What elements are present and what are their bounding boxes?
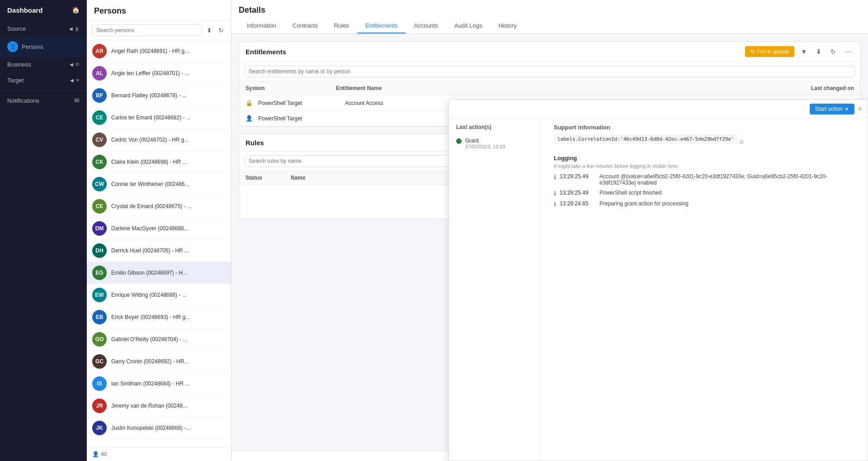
tab-rules[interactable]: Rules <box>326 19 357 33</box>
person-list-item[interactable]: EW Enrique Witting (00248688) - ... <box>87 284 231 306</box>
details-panel: Details InformationContractsRulesEntitle… <box>231 0 868 461</box>
popup-sections: Last action(s) Grant 27/02/2023, 13:29 S… <box>449 119 868 461</box>
avatar: BF <box>92 88 107 103</box>
person-list-item[interactable]: EG Emilio Gibson (00248697) - H... <box>87 262 231 284</box>
info-icon: ℹ <box>554 174 556 181</box>
log-entries: ℹ 13:29:25.49 Account @{value=a6e95cb2-2… <box>554 173 860 208</box>
status-col-header: Status <box>245 175 291 181</box>
tab-contracts[interactable]: Contracts <box>284 19 326 33</box>
person-list-item[interactable]: IS Ian Smitham (00248684) - HR ... <box>87 373 231 395</box>
download-entitlements-btn[interactable]: ⬇ <box>813 46 824 57</box>
persons-search-bar: ⬇ ↻ <box>87 21 231 40</box>
avatar: CW <box>92 177 107 191</box>
log-timestamp: 13:29:25.49 <box>560 190 596 196</box>
target-label: Target <box>7 77 68 84</box>
gear-icon[interactable]: ⚙ <box>75 62 80 67</box>
row-icon: 🔒 <box>245 100 255 106</box>
person-list-item[interactable]: EB Erick Boyer (00248693) - HR g... <box>87 306 231 328</box>
person-name: Jeremy van de Rohan (00248... <box>111 403 187 409</box>
person-name: Justin Konopelski (00248668) -... <box>111 425 190 431</box>
system-value: PowerShell Target <box>258 100 345 106</box>
refresh-icon-btn: ↻ <box>750 48 755 55</box>
popup-close-button[interactable]: × <box>858 105 862 113</box>
avatar: DH <box>92 243 107 258</box>
more-options-btn[interactable]: ⋯ <box>842 46 854 57</box>
tabs-bar: InformationContractsRulesEntitlementsAcc… <box>239 19 861 33</box>
sidebar-item-notifications[interactable]: Notifications ✉ <box>0 92 87 109</box>
info-icon: ℹ <box>554 190 556 197</box>
copy-correlation-button[interactable]: ⧉ <box>740 139 744 145</box>
sidebar-item-source[interactable]: Source ◀ 🗑 <box>0 21 87 37</box>
person-list-item[interactable]: DM Darlene MacGyver (00248680... <box>87 218 231 240</box>
tab-information[interactable]: Information <box>239 19 284 33</box>
person-list-item[interactable]: AR Angel Rath (00248691) - HR g... <box>87 40 231 62</box>
tab-accounts[interactable]: Accounts <box>406 19 446 33</box>
entitlements-actions: ↻ Force update ▼ ⬇ ↻ ⋯ <box>745 46 854 57</box>
last-actions-title: Last action(s) <box>456 124 532 130</box>
sidebar: Dashboard 🏠 Source ◀ 🗑 👤 Persons Busines… <box>0 0 87 461</box>
system-value: PowerShell Target <box>258 115 345 122</box>
person-list-item[interactable]: DH Derrick Huel (00248705) - HR ... <box>87 240 231 262</box>
start-action-button[interactable]: Start action ▼ <box>810 104 854 114</box>
business-label: Business <box>7 61 68 68</box>
person-name: Derrick Huel (00248705) - HR ... <box>111 247 189 254</box>
person-list-item[interactable]: GC Garry Cronin (00248692) - HR... <box>87 351 231 373</box>
person-list-item[interactable]: BF Bernard Flatley (00248678) - ... <box>87 85 231 107</box>
avatar: AR <box>92 44 107 58</box>
person-name: Garry Cronin (00248692) - HR... <box>111 358 189 365</box>
search-persons-input[interactable] <box>92 24 202 36</box>
crosshair-icon[interactable]: ✛ <box>75 77 80 83</box>
tab-audit_logs[interactable]: Audit Logs <box>446 19 490 33</box>
tab-entitlements[interactable]: Entitlements <box>357 19 406 33</box>
person-name: Crystal de Emard (00248675) - ... <box>111 203 192 209</box>
refresh-entitlements-btn[interactable]: ↻ <box>828 46 839 57</box>
log-entry: ℹ 13:29:25.49 PowerShell script finished <box>554 190 860 197</box>
person-list-item[interactable]: CK Claire Klein (00248698) - HR ... <box>87 151 231 173</box>
person-list-item[interactable]: CW Connie ter Wintheiser (002486... <box>87 173 231 195</box>
persons-count: 40 <box>101 451 107 457</box>
entitlements-search-bar <box>239 62 860 81</box>
sidebar-item-target[interactable]: Target ◀ ✛ <box>0 72 87 88</box>
trash-icon[interactable]: 🗑 <box>75 26 80 32</box>
download-icon[interactable]: ⬇ <box>205 25 214 36</box>
refresh-icon[interactable]: ↻ <box>217 25 226 36</box>
filter-icon-btn[interactable]: ▼ <box>798 46 810 57</box>
start-action-label: Start action <box>815 106 843 112</box>
home-icon: 🏠 <box>72 6 80 14</box>
action-date-label: 27/02/2023, 13:29 <box>465 144 505 149</box>
person-name: Enrique Witting (00248688) - ... <box>111 292 187 298</box>
person-list-item[interactable]: CE Crystal de Emard (00248675) - ... <box>87 195 231 218</box>
person-list-item[interactable]: CE Carlos ter Emard (00248682) - ... <box>87 107 231 129</box>
log-entry: ℹ 13:29:25.49 Account @{value=a6e95cb2-2… <box>554 173 860 186</box>
sidebar-item-business[interactable]: Business ◀ ⚙ <box>0 57 87 72</box>
person-list-item[interactable]: AL Angie ten Leffler (00248701) - ... <box>87 62 231 85</box>
avatar: EW <box>92 288 107 302</box>
tab-history[interactable]: History <box>490 19 524 33</box>
sidebar-logo: Dashboard 🏠 <box>0 0 87 21</box>
content-area: Persons ⬇ ↻ AR Angel Rath (00248691) - H… <box>87 0 868 461</box>
info-icon: ℹ <box>554 201 556 208</box>
person-list-item[interactable]: CV Cedric Von (00248702) - HR g... <box>87 129 231 151</box>
action-status-label: Grant <box>465 138 505 144</box>
person-name: Bernard Flatley (00248678) - ... <box>111 92 187 99</box>
dropdown-arrow-icon: ▼ <box>844 107 849 112</box>
persons-avatar-icon: 👤 <box>7 41 18 52</box>
action-popup: Start action ▼ × Last action(s) Grant 27… <box>448 100 868 461</box>
dashboard-label[interactable]: Dashboard <box>7 6 42 14</box>
entitlements-table-header: System Entitlement Name Last changed on <box>239 81 860 95</box>
avatar: EG <box>92 266 107 280</box>
logging-note: It might take a few minutes before loggi… <box>554 163 860 169</box>
person-list-item[interactable]: JR Jeremy van de Rohan (00248... <box>87 395 231 417</box>
sidebar-item-persons[interactable]: 👤 Persons <box>0 37 87 57</box>
person-list-item[interactable]: JK Justin Konopelski (00248668) -... <box>87 417 231 439</box>
chevron-left-icon: ◀ <box>69 26 73 31</box>
log-entry: ℹ 13:29:24.65 Preparing grant action for… <box>554 200 860 208</box>
entitlements-search-input[interactable] <box>245 66 855 77</box>
avatar: CK <box>92 155 107 169</box>
support-info-title: Support information <box>554 124 860 131</box>
system-col-header: System <box>245 85 336 91</box>
entitlements-section-title: Entitlements <box>245 48 286 56</box>
force-update-button[interactable]: ↻ Force update <box>745 46 794 57</box>
details-header: Details InformationContractsRulesEntitle… <box>231 0 868 34</box>
person-list-item[interactable]: GO Gabriel O'Reilly (00248704) - ... <box>87 328 231 351</box>
